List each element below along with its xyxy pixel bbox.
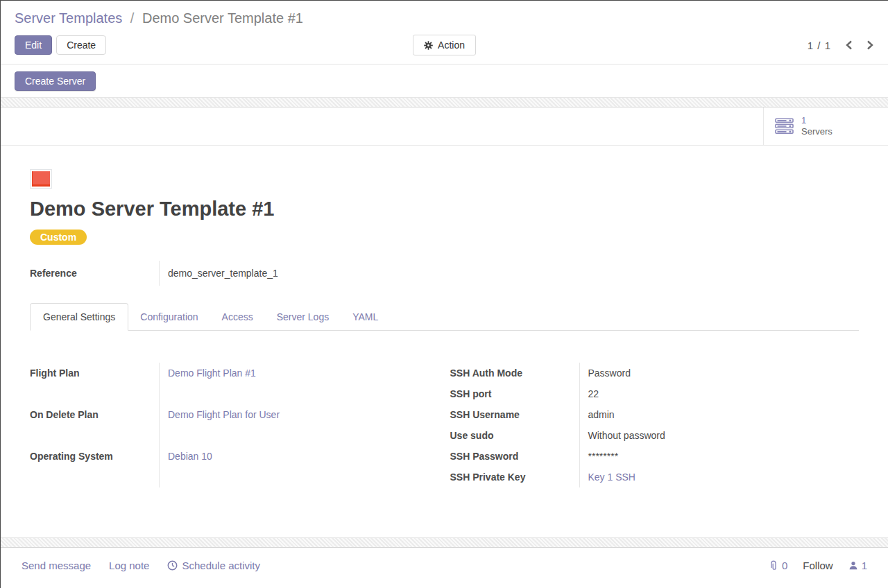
servers-stat-count: 1: [801, 115, 832, 126]
servers-stat-text: 1 Servers: [801, 115, 832, 137]
pager-next-icon[interactable]: [866, 40, 874, 51]
breadcrumb-current: Demo Server Template #1: [142, 10, 303, 26]
flight-plan-label: Flight Plan: [30, 363, 159, 404]
follow-button[interactable]: Follow: [803, 560, 832, 571]
reference-label: Reference: [30, 261, 159, 286]
ssh-port-label: SSH port: [450, 383, 579, 404]
on-delete-plan-value: Demo Flight Plan for User: [159, 404, 439, 446]
breadcrumb-parent-link[interactable]: Server Templates: [15, 10, 122, 26]
ssh-password-value: ********: [579, 446, 860, 467]
use-sudo-label: Use sudo: [450, 425, 579, 446]
reference-value: demo_server_template_1: [159, 261, 859, 286]
pager: 1 / 1: [808, 40, 874, 51]
notebook-tabs: General Settings Configuration Access Se…: [30, 303, 859, 331]
chatter-actions: Send message Log note Schedule activity: [22, 560, 260, 571]
ssh-auth-mode-value: Password: [579, 363, 860, 383]
ssh-private-key-label: SSH Private Key: [450, 467, 579, 487]
button-box: 1 Servers: [1, 107, 888, 146]
background-strip-bottom: [1, 537, 888, 548]
servers-stat-label: Servers: [801, 126, 832, 137]
flight-plan-value: Demo Flight Plan #1: [159, 363, 439, 404]
control-panel-center: Action: [413, 35, 476, 55]
ssh-private-key-value: Key 1 SSH: [579, 467, 860, 487]
control-panel-right: 1 / 1: [476, 40, 874, 51]
log-note-link[interactable]: Log note: [109, 560, 149, 571]
tab-configuration[interactable]: Configuration: [128, 304, 210, 330]
edit-button[interactable]: Edit: [15, 35, 52, 55]
record-image-thumbnail[interactable]: [30, 169, 52, 189]
followers-count: 1: [862, 560, 867, 571]
attachments-count: 0: [782, 560, 787, 571]
field-group-left: Flight Plan Demo Flight Plan #1 On Delet…: [30, 363, 439, 487]
on-delete-plan-label: On Delete Plan: [30, 404, 159, 446]
tab-access[interactable]: Access: [210, 304, 265, 330]
schedule-activity-label: Schedule activity: [182, 560, 260, 571]
paperclip-icon: [769, 560, 778, 571]
chatter-followers: 0 Follow 1: [769, 560, 867, 571]
form-sheet: 1 Servers Demo Server Template #1 Custom…: [1, 107, 888, 537]
operating-system-link[interactable]: Debian 10: [168, 451, 212, 462]
control-panel: Server Templates / Demo Server Template …: [1, 1, 888, 64]
ssh-password-label: SSH Password: [450, 446, 579, 467]
control-panel-left: Edit Create: [15, 35, 413, 55]
create-server-button[interactable]: Create Server: [15, 71, 96, 91]
tab-general-settings[interactable]: General Settings: [30, 303, 128, 331]
breadcrumb: Server Templates / Demo Server Template …: [1, 8, 888, 28]
use-sudo-value: Without password: [579, 425, 860, 446]
field-group-right: SSH Auth Mode Password SSH port 22 SSH U…: [450, 363, 860, 487]
operating-system-label: Operating System: [30, 446, 159, 487]
reference-field-row: Reference demo_server_template_1: [30, 261, 859, 286]
background-strip-top: [1, 97, 888, 107]
control-panel-buttons-row: Edit Create: [1, 28, 888, 64]
action-button-label: Action: [438, 40, 465, 51]
tab-server-logs[interactable]: Server Logs: [265, 304, 341, 330]
status-buttons-row: Create Server: [1, 64, 888, 97]
flight-plan-link[interactable]: Demo Flight Plan #1: [168, 368, 256, 379]
ssh-port-value: 22: [579, 383, 860, 404]
breadcrumb-separator: /: [130, 10, 135, 26]
schedule-activity-link[interactable]: Schedule activity: [167, 560, 260, 571]
ssh-username-label: SSH Username: [450, 404, 579, 425]
custom-badge: Custom: [30, 230, 87, 245]
red-color-swatch: [32, 171, 50, 187]
attachments-counter[interactable]: 0: [769, 560, 787, 571]
operating-system-value: Debian 10: [159, 446, 439, 487]
sheet-body: Demo Server Template #1 Custom Reference…: [1, 169, 888, 487]
person-icon: [848, 560, 858, 571]
chatter-bar: Send message Log note Schedule activity …: [1, 548, 888, 583]
ssh-username-value: admin: [579, 404, 860, 425]
on-delete-plan-link[interactable]: Demo Flight Plan for User: [168, 409, 280, 420]
servers-stat-button[interactable]: 1 Servers: [763, 107, 888, 145]
ssh-private-key-link[interactable]: Key 1 SSH: [588, 472, 635, 483]
action-button[interactable]: Action: [413, 35, 476, 55]
followers-counter[interactable]: 1: [848, 560, 867, 571]
tab-yaml[interactable]: YAML: [341, 304, 390, 330]
pager-value: 1 / 1: [808, 40, 831, 51]
create-button[interactable]: Create: [56, 35, 106, 55]
clock-icon: [167, 560, 178, 571]
server-stack-icon: [775, 118, 794, 135]
ssh-auth-mode-label: SSH Auth Mode: [450, 363, 579, 383]
gear-icon: [424, 41, 433, 50]
send-message-link[interactable]: Send message: [22, 560, 91, 571]
record-title: Demo Server Template #1: [30, 196, 859, 221]
pager-previous-icon[interactable]: [845, 40, 853, 51]
tab-content-general-settings: Flight Plan Demo Flight Plan #1 On Delet…: [30, 331, 859, 487]
